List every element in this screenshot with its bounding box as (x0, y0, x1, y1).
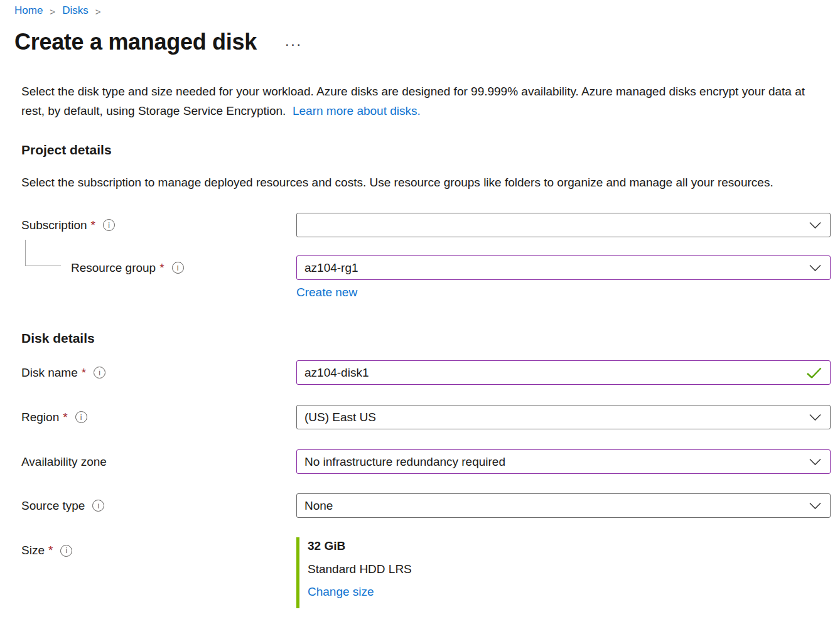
resource-group-dropdown[interactable]: az104-rg1 (296, 255, 831, 280)
source-type-label-cell: Source type i (21, 499, 296, 513)
chevron-down-icon (809, 222, 821, 228)
info-glyph: i (66, 547, 68, 554)
chevron-down-icon (809, 414, 821, 421)
intro-text: Select the disk type and size needed for… (21, 82, 827, 121)
size-row: Size * i 32 GiB Standard HDD LRS Change … (21, 537, 831, 608)
disk-name-label: Disk name (21, 366, 78, 380)
tree-connector-line (25, 240, 61, 266)
page-header: Create a managed disk ··· (14, 29, 840, 55)
source-type-value: None (304, 499, 333, 513)
resource-group-label: Resource group (71, 261, 156, 275)
required-marker: * (63, 411, 67, 424)
source-type-row: Source type i None (21, 493, 831, 518)
size-summary: 32 GiB Standard HDD LRS Change size (296, 537, 831, 608)
required-marker: * (48, 544, 53, 557)
info-icon[interactable]: i (172, 262, 184, 274)
resource-group-field-cell: az104-rg1 (296, 255, 831, 280)
breadcrumb-separator-icon: > (50, 6, 55, 17)
resource-group-value: az104-rg1 (304, 261, 358, 275)
subscription-field-cell (296, 213, 831, 237)
subscription-label-cell: Subscription * i (21, 218, 296, 232)
info-glyph: i (108, 222, 110, 229)
availability-zone-label-cell: Availability zone (21, 455, 296, 469)
subscription-row: Subscription * i (21, 213, 831, 237)
chevron-down-icon (809, 264, 821, 271)
info-icon[interactable]: i (94, 367, 105, 379)
region-label: Region (21, 411, 59, 424)
required-marker: * (91, 218, 95, 232)
source-type-label: Source type (21, 499, 85, 513)
info-icon[interactable]: i (92, 500, 104, 512)
breadcrumb-home-link[interactable]: Home (14, 4, 43, 17)
info-glyph: i (80, 414, 82, 421)
subscription-label: Subscription (21, 218, 87, 232)
availability-zone-dropdown[interactable]: No infrastructure redundancy required (296, 449, 831, 474)
availability-zone-row: Availability zone No infrastructure redu… (21, 449, 831, 474)
disk-name-label-cell: Disk name * i (21, 366, 296, 380)
breadcrumb: Home > Disks > (0, 0, 840, 17)
change-size-link[interactable]: Change size (308, 585, 374, 598)
info-icon[interactable]: i (60, 545, 72, 557)
region-label-cell: Region * i (21, 411, 296, 424)
info-icon[interactable]: i (75, 411, 87, 423)
required-marker: * (159, 261, 164, 275)
size-label: Size (21, 544, 45, 557)
resource-group-label-cell: Resource group * i (21, 261, 296, 275)
size-label-cell: Size * i (21, 537, 296, 557)
disk-name-value: az104-disk1 (304, 366, 369, 380)
size-sku: Standard HDD LRS (308, 562, 831, 577)
region-dropdown[interactable]: (US) East US (296, 405, 831, 429)
info-glyph: i (177, 264, 179, 272)
disk-name-input[interactable]: az104-disk1 (296, 360, 831, 385)
learn-more-link[interactable]: Learn more about disks. (293, 104, 421, 117)
availability-zone-field-cell: No infrastructure redundancy required (296, 449, 831, 474)
source-type-dropdown[interactable]: None (296, 493, 831, 518)
disk-name-field-cell: az104-disk1 (296, 360, 831, 385)
valid-checkmark-icon (807, 367, 822, 378)
disk-details-heading: Disk details (21, 331, 840, 346)
subscription-dropdown[interactable] (296, 213, 831, 237)
size-field-cell: 32 GiB Standard HDD LRS Change size (296, 537, 831, 608)
info-icon[interactable]: i (103, 219, 115, 231)
availability-zone-value: No infrastructure redundancy required (304, 455, 505, 469)
info-glyph: i (99, 369, 100, 377)
chevron-down-icon (809, 458, 821, 465)
project-details-description: Select the subscription to manage deploy… (21, 173, 820, 192)
breadcrumb-separator-icon: > (95, 6, 101, 17)
region-value: (US) East US (304, 411, 376, 424)
required-marker: * (82, 366, 86, 380)
region-field-cell: (US) East US (296, 405, 831, 429)
disk-name-row: Disk name * i az104-disk1 (21, 360, 831, 385)
more-options-icon[interactable]: ··· (286, 40, 303, 51)
resource-group-row: Resource group * i az104-rg1 (21, 255, 831, 280)
breadcrumb-disks-link[interactable]: Disks (62, 4, 89, 17)
size-value: 32 GiB (308, 539, 831, 554)
chevron-down-icon (809, 502, 821, 509)
availability-zone-label: Availability zone (21, 455, 107, 469)
region-row: Region * i (US) East US (21, 405, 831, 429)
project-details-heading: Project details (21, 142, 840, 158)
source-type-field-cell: None (296, 493, 831, 518)
info-glyph: i (98, 502, 100, 510)
create-new-link[interactable]: Create new (296, 286, 357, 299)
page-title: Create a managed disk (14, 29, 257, 55)
